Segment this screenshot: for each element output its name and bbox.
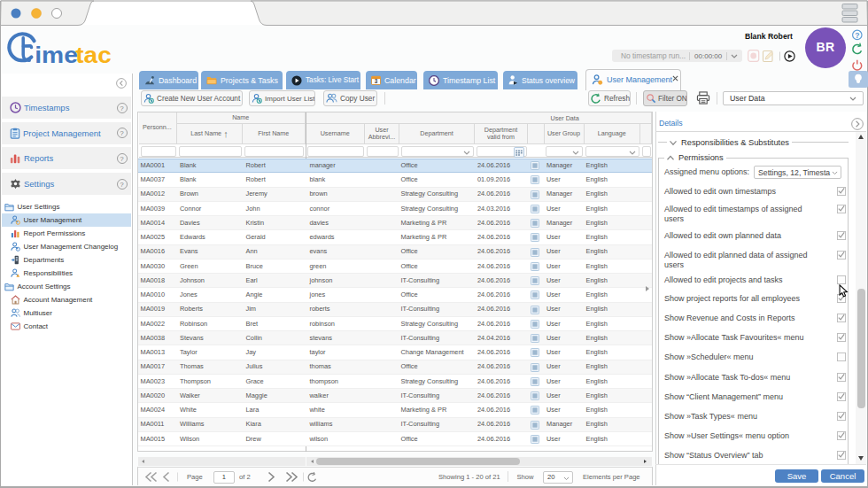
svg-text:ime: ime <box>35 43 78 67</box>
svg-text:?: ? <box>855 31 859 40</box>
svg-text:tac: tac <box>75 43 111 67</box>
svg-text:3: 3 <box>375 78 378 84</box>
